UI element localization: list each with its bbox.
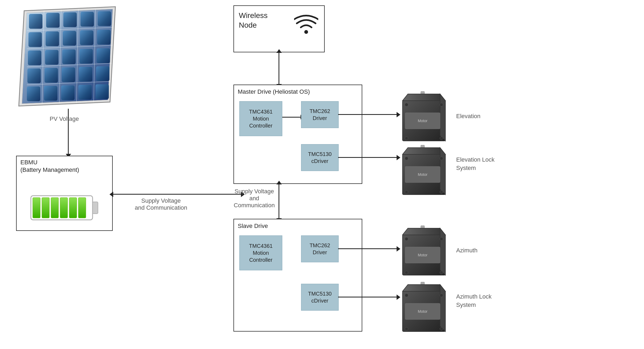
master-motion-controller: TMC4361MotionController xyxy=(239,101,282,136)
supply-comm-label: Supply Voltageand Communication xyxy=(233,188,275,209)
svg-marker-59 xyxy=(440,148,445,195)
slave-motion-controller: TMC4361MotionController xyxy=(239,235,282,270)
svg-point-55 xyxy=(440,137,443,140)
azimuth-label: Azimuth xyxy=(456,247,477,254)
elevation-lock-label: Elevation LockSystem xyxy=(456,156,495,172)
slave-tmc262-driver: TMC262Driver xyxy=(301,235,339,262)
connector-master-262 xyxy=(338,114,362,115)
svg-rect-38 xyxy=(93,202,98,214)
arrow-solar-to-ebmu xyxy=(68,109,69,154)
diagram: PV Voltage EBMU (Battery Management) xyxy=(0,0,644,349)
elevation-label: Elevation xyxy=(456,113,481,120)
arrow-slave-5130-azimuth-lock xyxy=(338,297,397,297)
svg-marker-48 xyxy=(402,94,445,101)
motor-azimuth: Motor xyxy=(397,226,451,279)
svg-rect-30 xyxy=(96,66,109,81)
arrow-master-slave xyxy=(279,184,279,219)
svg-text:Motor: Motor xyxy=(418,253,427,257)
arrow-master-5130-elev-lock xyxy=(338,157,397,158)
master-262-label: TMC262Driver xyxy=(310,108,330,122)
arrow-slave-262-azimuth xyxy=(338,248,397,249)
svg-point-83 xyxy=(440,294,443,297)
arrow-wireless-master xyxy=(279,52,279,85)
svg-point-65 xyxy=(440,190,443,194)
svg-rect-39 xyxy=(33,198,40,218)
svg-rect-18 xyxy=(63,31,76,46)
svg-rect-22 xyxy=(45,50,58,65)
motor-elevation: Motor xyxy=(397,91,451,145)
master-drive-box: Master Drive (Heliostat OS) TMC4361Motio… xyxy=(233,85,362,184)
svg-point-53 xyxy=(440,103,443,106)
ebmu-subtitle: (Battery Management) xyxy=(20,166,79,173)
svg-text:Motor: Motor xyxy=(418,119,427,123)
svg-rect-23 xyxy=(62,49,76,64)
master-tmc5130-driver: TMC5130cDriver xyxy=(301,144,339,171)
motor-azimuth-lock: Motor xyxy=(397,282,451,336)
svg-rect-13 xyxy=(63,12,77,27)
svg-rect-29 xyxy=(79,67,92,82)
arrow-master-262-elevation xyxy=(362,114,397,115)
svg-rect-41 xyxy=(51,198,58,218)
svg-point-64 xyxy=(405,190,408,194)
master-drive-title: Master Drive (Heliostat OS) xyxy=(238,88,310,95)
svg-marker-58 xyxy=(402,148,445,154)
supply-label-text: Supply Voltageand Communication xyxy=(135,197,187,211)
svg-rect-28 xyxy=(62,67,75,82)
svg-rect-19 xyxy=(80,30,93,45)
svg-rect-20 xyxy=(97,30,111,45)
arrow-ebmu-slave xyxy=(113,194,241,195)
svg-rect-26 xyxy=(27,68,41,83)
slave-mc-label: TMC4361MotionController xyxy=(249,242,273,263)
svg-rect-15 xyxy=(98,11,111,26)
supply-label-horizontal: Supply Voltageand Communication xyxy=(118,197,204,211)
svg-rect-32 xyxy=(44,86,57,101)
svg-point-74 xyxy=(405,271,408,274)
svg-rect-24 xyxy=(79,49,93,64)
svg-rect-17 xyxy=(46,31,59,46)
svg-point-72 xyxy=(405,237,408,241)
master-tmc262-driver: TMC262Driver xyxy=(301,101,339,128)
svg-rect-33 xyxy=(61,85,75,100)
slave-drive-box: Slave Drive TMC4361MotionController TMC2… xyxy=(233,219,362,332)
svg-text:Motor: Motor xyxy=(418,309,427,314)
svg-marker-49 xyxy=(440,94,445,141)
svg-rect-35 xyxy=(96,84,109,99)
svg-marker-69 xyxy=(440,228,445,275)
master-mc-label: TMC4361MotionController xyxy=(249,108,273,129)
svg-rect-31 xyxy=(27,86,40,101)
svg-marker-78 xyxy=(402,285,445,291)
svg-rect-40 xyxy=(42,198,49,218)
slave-drive-title: Slave Drive xyxy=(238,223,268,230)
ebmu-box: EBMU (Battery Management) xyxy=(16,156,113,231)
wifi-icon xyxy=(294,12,318,37)
svg-rect-34 xyxy=(78,85,92,100)
svg-rect-25 xyxy=(97,48,110,63)
svg-rect-27 xyxy=(45,68,58,83)
svg-rect-11 xyxy=(29,14,42,29)
battery-icon xyxy=(30,192,99,225)
svg-point-73 xyxy=(440,237,443,241)
svg-point-84 xyxy=(405,327,408,330)
svg-point-82 xyxy=(405,294,408,297)
ebmu-title: EBMU xyxy=(20,159,38,166)
pv-voltage-label: PV Voltage xyxy=(50,115,79,122)
solar-panel xyxy=(16,5,118,107)
svg-rect-42 xyxy=(60,198,68,218)
svg-rect-44 xyxy=(78,198,86,218)
inner-arrow-master-mc-262 xyxy=(282,117,301,118)
slave-5130-label: TMC5130cDriver xyxy=(308,290,332,304)
master-5130-label: TMC5130cDriver xyxy=(308,151,332,165)
svg-rect-16 xyxy=(28,32,42,47)
motor-elevation-lock: Motor xyxy=(397,145,451,199)
svg-marker-79 xyxy=(440,285,445,332)
svg-rect-12 xyxy=(46,13,60,28)
svg-point-63 xyxy=(440,157,443,160)
svg-rect-43 xyxy=(69,198,77,218)
wireless-node-box: WirelessNode xyxy=(233,5,325,52)
slave-262-label: TMC262Driver xyxy=(310,242,330,256)
svg-marker-68 xyxy=(402,228,445,235)
svg-point-85 xyxy=(440,327,443,330)
svg-point-45 xyxy=(304,30,308,34)
svg-point-62 xyxy=(405,157,408,160)
azimuth-lock-label: Azimuth LockSystem xyxy=(456,293,492,309)
